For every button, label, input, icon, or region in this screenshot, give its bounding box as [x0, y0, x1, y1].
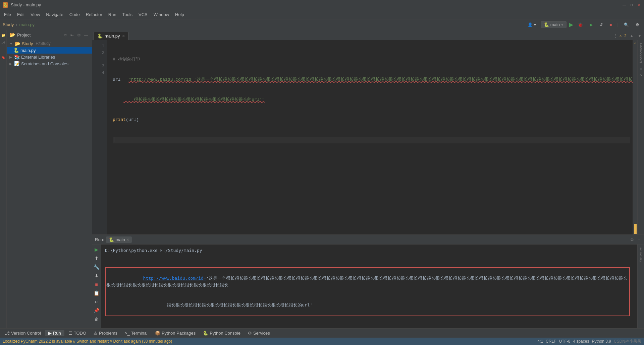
tab-version-control[interactable]: ⎇ Version Control	[1, 330, 44, 336]
panel-minimize-icon[interactable]: —	[83, 32, 89, 38]
menu-navigate[interactable]: Navigate	[43, 11, 66, 18]
tree-study-label: Study	[22, 41, 33, 46]
tree-item-external-libs[interactable]: ▶ 📚 External Libraries	[7, 54, 92, 60]
commit-icon[interactable]: ⎇	[1, 40, 6, 46]
structure-label[interactable]: Structure	[638, 246, 644, 264]
folder-icon: 📂	[15, 41, 20, 46]
run-settings-btn[interactable]: 🔧	[93, 263, 100, 271]
cursor-position[interactable]: 4:1	[537, 339, 543, 344]
run-label: Run:	[95, 237, 104, 242]
project-icon[interactable]: 📁	[1, 33, 6, 38]
output-url[interactable]: http://www.baidu.com?id=	[143, 276, 206, 281]
run-tab-icon-bottom: ▶	[48, 331, 52, 336]
file-encoding[interactable]: UTF-8	[559, 339, 570, 344]
menu-help[interactable]: Help	[172, 11, 187, 18]
user-button[interactable]: 👤 ▾	[526, 22, 538, 28]
structure-icon[interactable]: ☰	[1, 48, 6, 53]
menu-vcs[interactable]: VCS	[136, 11, 150, 18]
run-stop-btn[interactable]: ■	[93, 281, 100, 288]
collapse-icon[interactable]: ⇤	[69, 32, 75, 38]
close-button[interactable]: ✕	[637, 3, 641, 7]
line-num-4: 4	[92, 70, 104, 76]
run-wrap-btn[interactable]: ↩	[93, 298, 100, 305]
problems-icon: ⚠	[94, 331, 98, 336]
sync-icon[interactable]: ⟳	[63, 32, 68, 38]
tab-services[interactable]: ⚙ Services	[245, 330, 273, 336]
menu-refactor[interactable]: Refactor	[83, 11, 105, 18]
run-config-selector[interactable]: 🐍 main ▾	[541, 21, 567, 28]
title-bar-controls[interactable]: — □ ✕	[622, 3, 641, 7]
editor-scroll-up[interactable]: ▲	[629, 33, 635, 39]
editor-container: 1 2 3 4 # 控制台打印 url = "http://www.baidu.…	[92, 40, 644, 234]
project-panel: 📂 Project ⟳ ⇤ ⚙ — ▼ 📂 Study F:\Study 🐍 m…	[7, 30, 92, 328]
menu-view[interactable]: View	[28, 11, 43, 18]
tree-item-mainpy[interactable]: 🐍 main.py	[7, 47, 92, 54]
menu-tools[interactable]: Tools	[120, 11, 135, 18]
services-label[interactable]: S	[640, 73, 642, 77]
version-control-icon: ⎇	[5, 331, 10, 336]
tab-problems[interactable]: ⚠ Problems	[90, 330, 121, 336]
stop-button[interactable]: ■	[607, 22, 614, 28]
tab-python-console-label: Python Console	[210, 331, 240, 336]
indent-setting[interactable]: 4 spaces	[573, 339, 589, 344]
rerun-btn[interactable]: ▶	[93, 246, 100, 253]
tab-bar-right: ⋮ ⚠ 2 ▲ ▼	[613, 33, 643, 40]
run-tab-bar: Run: 🐍 main ✕ ⚙ −	[92, 235, 644, 245]
tree-item-study[interactable]: ▼ 📂 Study F:\Study	[7, 40, 92, 47]
run-config-label: main	[550, 22, 560, 27]
localization-warning[interactable]: Localized PyCharm 2022.2 is available //…	[3, 339, 172, 344]
run-tab-main[interactable]: 🐍 main ✕	[106, 236, 131, 243]
run-panel-settings[interactable]: ⚙	[629, 237, 635, 243]
tab-todo-label: TODO	[74, 331, 86, 336]
maximize-button[interactable]: □	[629, 3, 634, 7]
run-toolbar: ▶ ⬆ 🔧 ⬇ ■ 📋 ↩ 📌 🗑	[92, 245, 101, 328]
menu-file[interactable]: File	[1, 11, 14, 18]
output-blank	[105, 323, 633, 328]
tree-libs-label: External Libraries	[21, 55, 55, 60]
menu-window[interactable]: Window	[151, 11, 172, 18]
output-command: D:\Python\python.exe F:/Study/main.py	[105, 247, 633, 254]
rerun-button[interactable]: ↺	[597, 22, 605, 28]
python-interpreter[interactable]: Python 3.9	[592, 339, 611, 344]
menu-code[interactable]: Code	[67, 11, 83, 18]
bookmarks-icon[interactable]: 🔖	[1, 55, 6, 60]
notif-dot	[640, 68, 642, 70]
menu-edit[interactable]: Edit	[14, 11, 27, 18]
settings-button[interactable]: ⚙	[634, 22, 641, 28]
run-up-btn[interactable]: ⬆	[93, 255, 100, 262]
tab-mainpy[interactable]: 🐍 main.py ✕	[94, 32, 128, 40]
tab-python-packages[interactable]: 📦 Python Packages	[152, 330, 199, 336]
tab-python-console[interactable]: 🐍 Python Console	[200, 330, 244, 336]
tab-terminal[interactable]: >_ Terminal	[121, 330, 151, 336]
run-down-btn[interactable]: ⬇	[93, 272, 100, 279]
tab-close-button[interactable]: ✕	[122, 34, 125, 38]
cursor-line: │	[113, 137, 115, 142]
project-name[interactable]: Study	[3, 22, 14, 27]
search-everywhere-button[interactable]: 🔍	[622, 22, 631, 28]
line-ending[interactable]: CRLF	[546, 339, 556, 344]
menu-run[interactable]: Run	[106, 11, 119, 18]
op-assign: =	[120, 77, 128, 82]
panel-settings-icon[interactable]: ⚙	[76, 32, 82, 38]
python-console-icon: 🐍	[203, 331, 208, 336]
notifications-label[interactable]: Notifications	[638, 42, 644, 64]
minimize-button[interactable]: —	[622, 3, 627, 7]
tree-item-scratches[interactable]: ▶ 📝 Scratches and Consoles	[7, 60, 92, 67]
tab-run[interactable]: ▶ Run	[45, 330, 64, 336]
run-panel-minimize[interactable]: −	[637, 237, 641, 243]
bottom-tab-bar: ⎇ Version Control ▶ Run ☰ TODO ⚠ Problem…	[0, 328, 644, 338]
run-with-coverage-button[interactable]: ▶	[588, 22, 595, 28]
run-pin-btn[interactable]: 📌	[93, 307, 100, 314]
tab-todo[interactable]: ☰ TODO	[65, 330, 90, 336]
run-clear-btn[interactable]: 🗑	[93, 316, 100, 323]
run-button[interactable]: ▶	[569, 21, 573, 28]
debug-button[interactable]: 🐞	[576, 22, 585, 28]
recent-files-icon[interactable]: ⋮	[613, 33, 618, 39]
editor-scroll-down[interactable]: ▼	[637, 33, 643, 39]
run-tab-close[interactable]: ✕	[126, 238, 129, 242]
toolbar-left: Study › main.py	[3, 22, 35, 27]
run-copy-btn[interactable]: 📋	[93, 289, 100, 297]
code-content[interactable]: # 控制台打印 url = "http://www.baidu.com?id='…	[107, 40, 633, 234]
code-editor[interactable]: 1 2 3 4 # 控制台打印 url = "http://www.baidu.…	[92, 40, 637, 234]
file-name[interactable]: main.py	[19, 22, 35, 27]
